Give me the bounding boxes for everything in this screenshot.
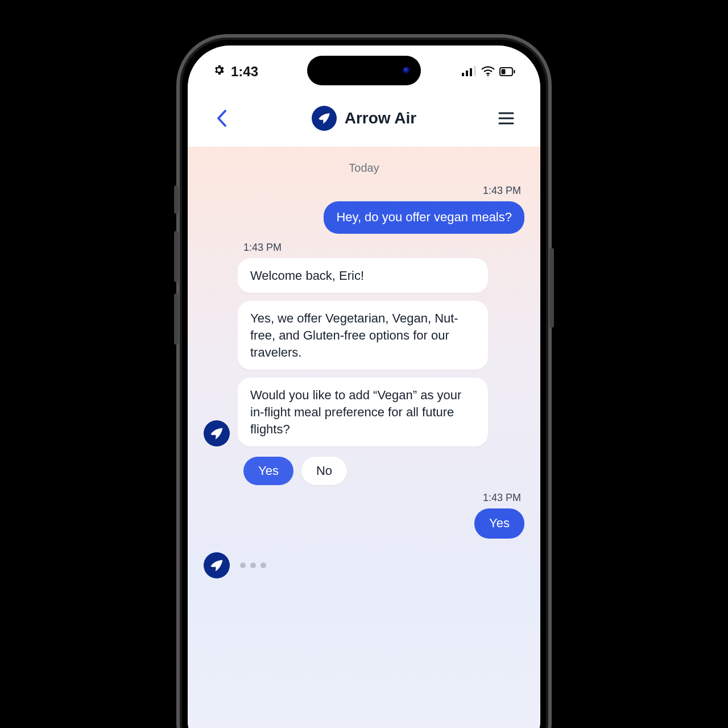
chat-title-group: Arrow Air (312, 106, 417, 131)
svg-point-4 (487, 75, 489, 76)
phone-screen: 1:43 Arro (188, 46, 540, 728)
bot-avatar-icon (204, 552, 230, 578)
chat-header: Arrow Air (188, 90, 540, 147)
chat-title: Arrow Air (345, 109, 417, 127)
svg-rect-1 (466, 71, 468, 76)
message-timestamp: 1:43 PM (483, 185, 521, 197)
message-row-user: 1:43 PM Yes (204, 492, 524, 539)
phone-side-button (174, 185, 179, 214)
back-button[interactable] (210, 107, 233, 130)
quick-reply-no-button[interactable]: No (301, 457, 347, 485)
dynamic-island (307, 56, 421, 85)
svg-rect-7 (502, 69, 506, 75)
message-row-bot: 1:43 PM Welcome back, Eric! Yes, we offe… (204, 242, 524, 447)
user-message-bubble: Hey, do you offer vegan meals? (324, 201, 524, 234)
wifi-icon (481, 64, 495, 80)
menu-button[interactable] (495, 107, 518, 130)
message-row-user: 1:43 PM Hey, do you offer vegan meals? (204, 185, 524, 234)
phone-frame: 1:43 Arro (176, 34, 552, 728)
status-time: 1:43 (231, 64, 258, 80)
brand-logo-icon (312, 106, 337, 131)
date-separator: Today (204, 162, 524, 175)
phone-side-button (174, 231, 179, 282)
message-timestamp: 1:43 PM (243, 242, 282, 254)
gear-icon (213, 64, 225, 80)
svg-rect-6 (514, 70, 515, 73)
front-camera-icon (403, 67, 411, 75)
chat-scroll-area[interactable]: Today 1:43 PM Hey, do you offer vegan me… (188, 147, 540, 728)
bot-avatar-icon (204, 420, 230, 446)
phone-side-button (174, 293, 179, 345)
cellular-icon (462, 64, 477, 80)
svg-rect-0 (462, 73, 464, 76)
svg-rect-2 (470, 68, 472, 76)
typing-indicator-row (204, 552, 524, 578)
bot-message-bubble: Would you like to add “Vegan” as your in… (238, 378, 488, 446)
message-timestamp: 1:43 PM (483, 492, 521, 504)
quick-reply-row: Yes No (243, 457, 524, 485)
user-message-bubble: Yes (474, 508, 524, 539)
bot-message-bubble: Welcome back, Eric! (238, 258, 488, 293)
bot-message-bubble: Yes, we offer Vegetarian, Vegan, Nut-fre… (238, 301, 488, 370)
battery-icon (499, 64, 515, 80)
phone-side-button (549, 248, 554, 328)
svg-rect-3 (474, 66, 476, 76)
quick-reply-yes-button[interactable]: Yes (243, 457, 293, 485)
typing-dots-icon (240, 562, 266, 568)
